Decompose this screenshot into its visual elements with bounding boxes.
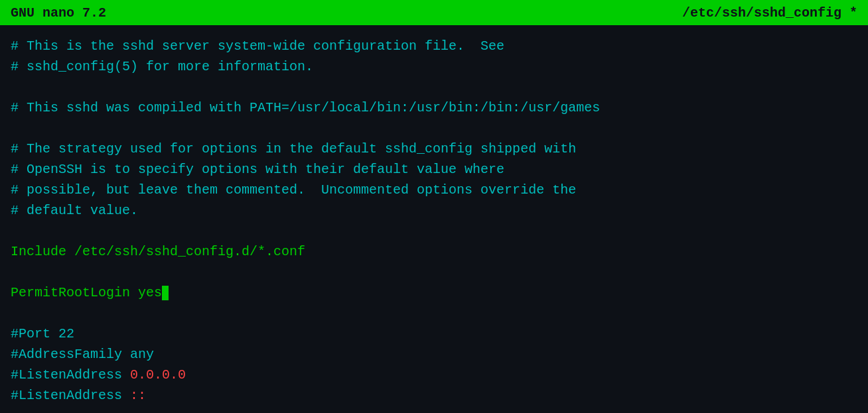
editor-line: #Port 22 [11, 324, 857, 344]
comment-text: #Port 22 [11, 326, 74, 341]
file-path: /etc/ssh/sshd_config * [682, 5, 857, 21]
editor-line: # This is the sshd server system-wide co… [11, 36, 857, 56]
editor-line: #ListenAddress :: [11, 385, 857, 406]
editor-line: #ListenAddress 0.0.0.0 [11, 365, 857, 385]
text-cursor [162, 286, 169, 300]
editor-line [11, 221, 857, 241]
editor-line: # The strategy used for options in the d… [11, 139, 857, 159]
comment-text: # OpenSSH is to specify options with the… [11, 162, 504, 177]
comment-text: # This sshd was compiled with PATH=/usr/… [11, 100, 600, 115]
comment-prefix: #ListenAddress [11, 388, 130, 403]
red-address: 0.0.0.0 [130, 367, 186, 383]
editor-line: # default value. [11, 200, 857, 221]
comment-text: #AddressFamily any [11, 347, 154, 362]
keyword-text: Include /etc/ssh/sshd_config.d/*.conf [11, 244, 305, 259]
editor-area[interactable]: # This is the sshd server system-wide co… [0, 25, 868, 413]
editor-line [11, 118, 857, 139]
comment-text: # default value. [11, 203, 138, 218]
editor-line: # OpenSSH is to specify options with the… [11, 159, 857, 180]
editor-line: Include /etc/ssh/sshd_config.d/*.conf [11, 241, 857, 262]
editor-line: PermitRootLogin yes [11, 282, 857, 303]
editor-line: #AddressFamily any [11, 344, 857, 365]
comment-prefix: #ListenAddress [11, 367, 130, 383]
title-bar: GNU nano 7.2 /etc/ssh/sshd_config * [0, 0, 868, 25]
editor-line [11, 77, 857, 97]
red-address: :: [130, 388, 146, 403]
editor-line [11, 262, 857, 282]
directive-keyword: PermitRootLogin [11, 285, 130, 300]
comment-text: # sshd_config(5) for more information. [11, 59, 313, 74]
editor-line: # This sshd was compiled with PATH=/usr/… [11, 97, 857, 118]
editor-line: # possible, but leave them commented. Un… [11, 180, 857, 200]
comment-text: # The strategy used for options in the d… [11, 141, 576, 156]
editor-line [11, 303, 857, 324]
comment-text: # possible, but leave them commented. Un… [11, 182, 576, 198]
editor-line: # sshd_config(5) for more information. [11, 56, 857, 77]
app-name: GNU nano 7.2 [11, 5, 106, 21]
comment-text: # This is the sshd server system-wide co… [11, 38, 504, 54]
directive-value: yes [130, 285, 162, 300]
